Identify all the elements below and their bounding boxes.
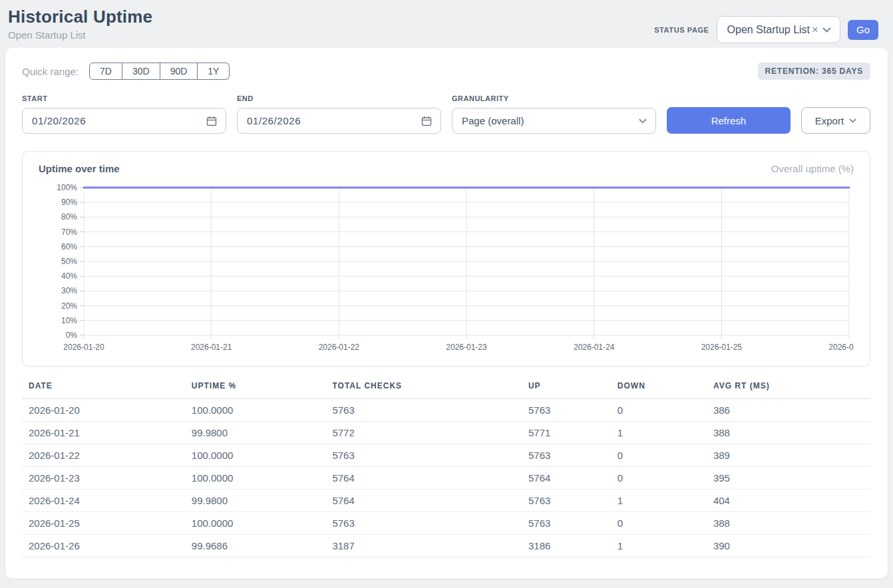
export-label: Export: [815, 115, 844, 126]
table-cell: 388: [707, 422, 870, 444]
column-header-avg-rt: AVG RT (MS): [707, 381, 870, 399]
table-cell: 5763: [522, 490, 611, 512]
quick-range-row: Quick range: 7D 30D 90D 1Y RETENTION: 36…: [22, 63, 870, 80]
svg-text:2026-01-25: 2026-01-25: [701, 343, 743, 352]
table-cell: 5764: [522, 467, 611, 490]
export-button[interactable]: Export: [801, 107, 870, 134]
quick-range-90d-button[interactable]: 90D: [160, 63, 198, 80]
svg-text:2026-01-23: 2026-01-23: [446, 343, 487, 352]
quick-range-group: 7D 30D 90D 1Y: [89, 63, 230, 80]
table-cell: 5772: [325, 422, 522, 444]
svg-text:2026-01-20: 2026-01-20: [63, 343, 104, 352]
status-page-controls: STATUS PAGE Open Startup List × Go: [654, 16, 878, 43]
table-cell: 2026-01-24: [22, 490, 185, 512]
svg-text:50%: 50%: [61, 257, 77, 266]
table-cell: 0: [611, 467, 707, 490]
table-row: 2026-01-2699.9686318731861390: [22, 535, 870, 557]
table-cell: 2026-01-20: [22, 399, 185, 422]
table-cell: 99.9686: [185, 535, 326, 557]
table-cell: 3187: [325, 535, 522, 557]
svg-text:60%: 60%: [61, 242, 77, 251]
table-cell: 389: [707, 444, 870, 467]
page-title: Historical Uptime: [8, 7, 152, 27]
table-cell: 5764: [325, 467, 522, 490]
status-page-select[interactable]: Open Startup List ×: [717, 16, 840, 43]
clear-selection-icon[interactable]: ×: [812, 23, 818, 37]
table-cell: 99.9800: [185, 422, 326, 444]
table-cell: 388: [707, 512, 870, 535]
table-cell: 3186: [522, 535, 611, 557]
svg-text:80%: 80%: [61, 212, 77, 221]
daily-uptime-table: DATE UPTIME % TOTAL CHECKS UP DOWN AVG R…: [22, 381, 870, 557]
page-subtitle: Open Startup List: [8, 29, 152, 41]
table-cell: 100.0000: [185, 512, 326, 535]
go-button[interactable]: Go: [848, 20, 878, 40]
quick-range-30d-button[interactable]: 30D: [122, 63, 160, 80]
column-header-date: DATE: [22, 381, 185, 399]
end-date-input[interactable]: 01/26/2026: [237, 108, 441, 134]
column-header-up: UP: [522, 381, 611, 399]
filters-row: START 01/20/2026 END 01/26/2026 GRANULAR…: [22, 94, 870, 134]
table-cell: 395: [707, 467, 870, 490]
granularity-select[interactable]: Page (overall): [452, 108, 656, 134]
quick-range-7d-button[interactable]: 7D: [89, 63, 122, 80]
chart-title: Uptime over time: [39, 163, 120, 174]
column-header-total-checks: TOTAL CHECKS: [325, 381, 522, 399]
table-row: 2026-01-22100.0000576357630389: [22, 444, 870, 467]
table-row: 2026-01-25100.0000576357630388: [22, 512, 870, 535]
refresh-button[interactable]: Refresh: [667, 107, 791, 134]
table-cell: 5763: [522, 399, 611, 422]
table-row: 2026-01-2199.9800577257711388: [22, 422, 870, 444]
table-cell: 5764: [325, 490, 522, 512]
table-cell: 5763: [325, 512, 522, 535]
end-date-field: END 01/26/2026: [237, 94, 441, 134]
end-date-label: END: [237, 94, 441, 102]
table-row: 2026-01-23100.0000576457640395: [22, 467, 870, 490]
table-cell: 2026-01-26: [22, 535, 185, 557]
table-cell: 100.0000: [185, 399, 326, 422]
svg-text:0%: 0%: [66, 331, 78, 340]
table-cell: 1: [611, 535, 707, 557]
table-row: 2026-01-20100.0000576357630386: [22, 399, 870, 422]
start-date-input[interactable]: 01/20/2026: [22, 108, 226, 134]
chevron-down-icon: [822, 27, 831, 33]
table-cell: 5763: [522, 512, 611, 535]
svg-text:2026-01-21: 2026-01-21: [191, 343, 232, 352]
table-cell: 5763: [325, 444, 522, 467]
table-cell: 5763: [325, 399, 522, 422]
table-cell: 5771: [522, 422, 611, 444]
svg-text:100%: 100%: [57, 183, 77, 192]
table-cell: 100.0000: [185, 467, 326, 490]
table-cell: 0: [611, 444, 707, 467]
status-page-selected-value: Open Startup List: [727, 24, 810, 36]
svg-text:2026-01-24: 2026-01-24: [574, 343, 615, 352]
table-cell: 2026-01-21: [22, 422, 185, 444]
main-panel: Quick range: 7D 30D 90D 1Y RETENTION: 36…: [5, 48, 888, 579]
calendar-icon[interactable]: [421, 116, 432, 126]
svg-text:2026-01-26: 2026-01-26: [828, 343, 854, 352]
retention-badge: RETENTION: 365 DAYS: [758, 63, 870, 80]
table-cell: 2026-01-25: [22, 512, 185, 535]
granularity-field: GRANULARITY Page (overall): [452, 94, 656, 134]
granularity-label: GRANULARITY: [452, 94, 656, 102]
quick-range-1y-button[interactable]: 1Y: [198, 63, 230, 80]
table-cell: 0: [611, 399, 707, 422]
page-heading: Historical Uptime Open Startup List: [8, 7, 152, 41]
start-date-label: START: [22, 94, 226, 102]
table-cell: 390: [707, 535, 870, 557]
uptime-chart-card: Uptime over time Overall uptime (%) 100%…: [22, 151, 870, 367]
table-header-row: DATE UPTIME % TOTAL CHECKS UP DOWN AVG R…: [22, 381, 870, 399]
status-page-label: STATUS PAGE: [654, 26, 709, 34]
table-cell: 1: [611, 490, 707, 512]
start-date-field: START 01/20/2026: [22, 94, 226, 134]
svg-text:90%: 90%: [61, 198, 77, 207]
table-cell: 386: [707, 399, 870, 422]
svg-text:10%: 10%: [61, 316, 77, 325]
table-cell: 0: [611, 512, 707, 535]
svg-text:20%: 20%: [61, 301, 77, 311]
svg-text:70%: 70%: [61, 227, 77, 237]
table-cell: 2026-01-22: [22, 444, 185, 467]
granularity-value: Page (overall): [462, 115, 524, 126]
calendar-icon[interactable]: [206, 116, 217, 126]
uptime-line-chart: 100%90%80%70%60%50%40%30%20%10%0%2026-01…: [39, 182, 854, 357]
